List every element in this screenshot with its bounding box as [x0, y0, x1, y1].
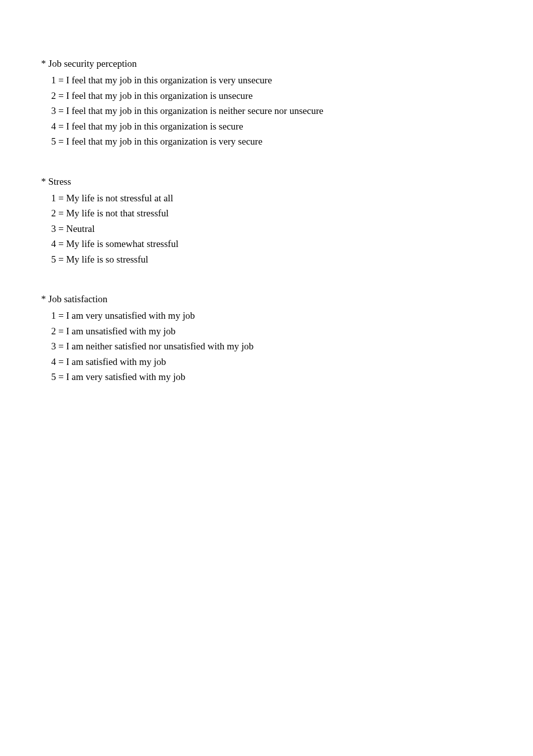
scale-item: 2 = I am unsatisfied with my job	[41, 324, 533, 339]
section-stress: * Stress 1 = My life is not stressful at…	[41, 176, 533, 267]
scale-item: 2 = My life is not that stressful	[41, 206, 533, 221]
scale-item: 1 = I am very unsatisfied with my job	[41, 309, 533, 323]
section-title: * Job security perception	[41, 58, 533, 69]
scale-item: 5 = My life is so stressful	[41, 253, 533, 267]
scale-item: 3 = I feel that my job in this organizat…	[41, 104, 533, 118]
scale-item: 1 = I feel that my job in this organizat…	[41, 73, 533, 88]
section-title: * Stress	[41, 176, 533, 187]
section-title: * Job satisfaction	[41, 294, 533, 305]
scale-item: 4 = I feel that my job in this organizat…	[41, 119, 533, 134]
scale-item: 2 = I feel that my job in this organizat…	[41, 89, 533, 103]
scale-item: 3 = I am neither satisfied nor unsatisfi…	[41, 339, 533, 354]
scale-item: 1 = My life is not stressful at all	[41, 191, 533, 206]
scale-item: 5 = I feel that my job in this organizat…	[41, 135, 533, 149]
section-job-satisfaction: * Job satisfaction 1 = I am very unsatis…	[41, 294, 533, 385]
section-job-security: * Job security perception 1 = I feel tha…	[41, 58, 533, 149]
scale-item: 4 = My life is somewhat stressful	[41, 237, 533, 251]
scale-item: 4 = I am satisfied with my job	[41, 355, 533, 369]
scale-item: 5 = I am very satisfied with my job	[41, 370, 533, 385]
scale-item: 3 = Neutral	[41, 222, 533, 236]
